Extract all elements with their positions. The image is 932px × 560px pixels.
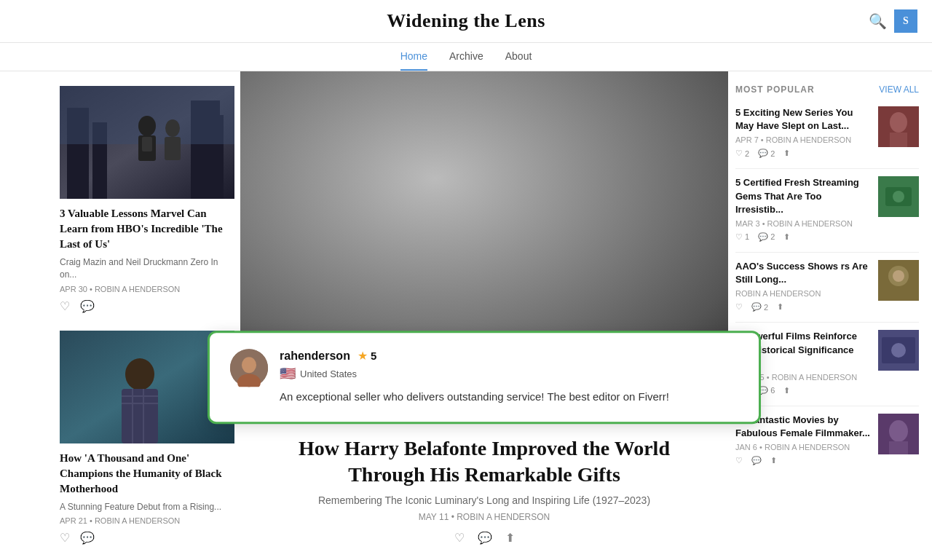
popular-share-1[interactable]: ⬆ xyxy=(783,149,790,158)
review-top: rahenderson ★ 5 xyxy=(280,349,738,363)
nav-about[interactable]: About xyxy=(505,50,532,71)
popular-item-content-1: 5 Exciting New Series You May Have Slept… xyxy=(735,106,871,158)
svg-point-30 xyxy=(353,144,448,246)
popular-item-content-3: AAO's Success Shows rs Are Still Long...… xyxy=(735,260,871,312)
review-stars: ★ 5 xyxy=(358,349,376,363)
popular-share-2[interactable]: ⬆ xyxy=(783,232,790,242)
view-all-link[interactable]: VIEW ALL xyxy=(879,84,919,95)
featured-comment-icon[interactable]: 💬 xyxy=(478,531,492,545)
popular-item-title-1[interactable]: 5 Exciting New Series You May Have Slept… xyxy=(735,106,871,133)
popular-thumb-3 xyxy=(878,260,919,301)
review-content: rahenderson ★ 5 🇺🇸 United States An exce… xyxy=(280,349,738,406)
svg-rect-13 xyxy=(122,389,158,443)
main-content: 3 Valuable Lessons Marvel Can Learn from… xyxy=(0,71,932,560)
like-icon-2[interactable]: ♡ xyxy=(60,531,70,545)
article-thumb-lastofus[interactable] xyxy=(60,86,234,199)
svg-point-21 xyxy=(532,151,575,195)
popular-share-4[interactable]: ⬆ xyxy=(783,386,790,395)
popular-item-4: 3 Powerful Films Reinforce the Historica… xyxy=(735,330,919,395)
review-score: 5 xyxy=(371,350,376,362)
popular-share-5[interactable]: ⬆ xyxy=(770,456,777,465)
featured-article-meta: MAY 11 • ROBIN A HENDERSON xyxy=(262,512,706,522)
featured-article-title[interactable]: How Harry Belafonte Improved the World T… xyxy=(262,435,706,489)
featured-like-icon[interactable]: ♡ xyxy=(454,531,465,545)
featured-article-actions: ♡ 💬 ⬆ xyxy=(262,531,706,545)
user-icon-box[interactable]: S xyxy=(894,9,917,33)
popular-comment-1[interactable]: 💬 2 xyxy=(758,149,775,158)
article-actions-blackmom: ♡ 💬 xyxy=(60,531,226,545)
nav-home[interactable]: Home xyxy=(400,50,427,71)
featured-share-icon[interactable]: ⬆ xyxy=(505,531,515,545)
popular-like-5[interactable]: ♡ xyxy=(735,456,743,465)
popular-thumb-5 xyxy=(878,414,919,454)
featured-article-info: How Harry Belafonte Improved the World T… xyxy=(240,421,728,552)
article-title-blackmom[interactable]: How 'A Thousand and One' Champions the H… xyxy=(60,451,226,497)
divider-2 xyxy=(735,252,919,253)
flag-emoji: 🇺🇸 xyxy=(280,366,296,382)
divider-4 xyxy=(735,406,919,406)
svg-rect-20 xyxy=(517,144,604,202)
popular-item-title-2[interactable]: 5 Certified Fresh Streaming Gems That Ar… xyxy=(735,176,871,216)
review-avatar xyxy=(230,349,268,387)
svg-rect-41 xyxy=(890,133,907,147)
popular-thumb-2 xyxy=(878,176,919,217)
article-actions-lastofus: ♡ 💬 xyxy=(60,299,226,313)
popular-thumb-4 xyxy=(878,330,919,371)
popular-item-title-3[interactable]: AAO's Success Shows rs Are Still Long... xyxy=(735,260,871,286)
article-card-lastofus: 3 Valuable Lessons Marvel Can Learn from… xyxy=(60,86,226,313)
comment-icon-2[interactable]: 💬 xyxy=(80,531,95,545)
svg-rect-34 xyxy=(444,216,534,249)
popular-comment-5[interactable]: 💬 xyxy=(751,456,762,465)
popular-comment-3[interactable]: 💬 2 xyxy=(751,302,768,312)
popular-item-actions-2: ♡ 1 💬 2 ⬆ xyxy=(735,232,871,242)
svg-rect-8 xyxy=(142,137,152,151)
popular-item-meta-5: JAN 6 • ROBIN A HENDERSON xyxy=(735,443,871,451)
svg-point-37 xyxy=(242,357,256,373)
review-overlay: rahenderson ★ 5 🇺🇸 United States An exce… xyxy=(208,331,761,424)
popular-item-content-2: 5 Certified Fresh Streaming Gems That Ar… xyxy=(735,176,871,242)
search-icon[interactable]: 🔍 xyxy=(869,12,887,30)
popular-header: MOST POPULAR VIEW ALL xyxy=(735,84,919,95)
popular-like-1[interactable]: ♡ 2 xyxy=(735,149,749,158)
header-icons: 🔍 S xyxy=(869,9,917,33)
review-flag: 🇺🇸 United States xyxy=(280,366,738,382)
popular-item-1: 5 Exciting New Series You May Have Slept… xyxy=(735,106,919,158)
popular-item-meta-3: ROBIN A HENDERSON xyxy=(735,289,871,298)
star-icon: ★ xyxy=(358,349,368,363)
site-title: Widening the Lens xyxy=(387,10,545,32)
popular-like-2[interactable]: ♡ 1 xyxy=(735,232,749,242)
article-excerpt-blackmom: A Stunning Feature Debut from a Rising..… xyxy=(60,501,226,513)
popular-share-3[interactable]: ⬆ xyxy=(777,302,783,312)
svg-point-33 xyxy=(408,185,422,195)
popular-item-actions-1: ♡ 2 💬 2 ⬆ xyxy=(735,149,871,158)
svg-rect-24 xyxy=(495,137,506,210)
popular-thumb-1 xyxy=(878,106,919,147)
right-column: MOST POPULAR VIEW ALL 5 Exciting New Ser… xyxy=(728,71,932,560)
popular-item-actions-5: ♡ 💬 ⬆ xyxy=(735,456,871,465)
svg-point-32 xyxy=(379,186,393,197)
divider-3 xyxy=(735,322,919,323)
like-icon[interactable]: ♡ xyxy=(60,299,70,313)
popular-title: MOST POPULAR xyxy=(735,84,815,95)
header: Widening the Lens 🔍 S xyxy=(0,0,932,43)
nav-archive[interactable]: Archive xyxy=(449,50,483,71)
left-column: 3 Valuable Lessons Marvel Can Learn from… xyxy=(0,71,240,560)
main-nav: Home Archive About xyxy=(0,43,932,71)
review-username: rahenderson xyxy=(280,350,350,363)
popular-item-3: AAO's Success Shows rs Are Still Long...… xyxy=(735,260,919,312)
svg-point-47 xyxy=(893,270,904,282)
svg-point-40 xyxy=(890,112,907,133)
article-title-lastofus[interactable]: 3 Valuable Lessons Marvel Can Learn from… xyxy=(60,206,226,252)
svg-rect-25 xyxy=(488,130,513,141)
article-excerpt-lastofus: Craig Mazin and Neil Druckmann Zero In o… xyxy=(60,256,226,281)
svg-point-22 xyxy=(539,159,568,188)
svg-point-52 xyxy=(889,420,908,442)
svg-point-9 xyxy=(165,119,180,137)
popular-like-3[interactable]: ♡ xyxy=(735,302,743,312)
svg-point-6 xyxy=(138,116,156,136)
popular-item-actions-3: ♡ 💬 2 ⬆ xyxy=(735,302,871,312)
review-text: An exceptional seller who delivers outst… xyxy=(280,389,738,406)
svg-rect-53 xyxy=(889,441,908,454)
comment-icon[interactable]: 💬 xyxy=(80,299,95,313)
popular-comment-2[interactable]: 💬 2 xyxy=(758,232,775,242)
